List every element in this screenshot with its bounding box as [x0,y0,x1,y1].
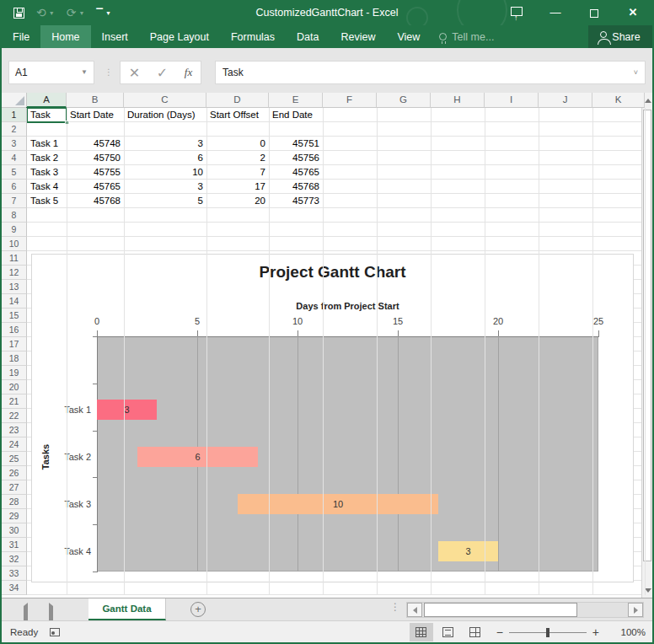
row-header-34[interactable]: 34 [2,581,27,595]
cell-A6[interactable]: Task 4 [30,180,63,194]
cell-E4[interactable]: 45756 [272,151,319,165]
cell-E3[interactable]: 45751 [272,137,319,151]
enter-icon[interactable]: ✓ [157,65,168,81]
tab-bar-separator[interactable]: ⋮ [390,601,400,613]
row-header-20[interactable]: 20 [2,380,27,394]
cell-D4[interactable]: 2 [210,151,265,165]
insert-function-icon[interactable]: fx [185,66,192,79]
column-header-E[interactable]: E [269,93,323,108]
cell-B4[interactable]: 45750 [70,151,121,165]
row-header-21[interactable]: 21 [2,394,27,409]
customize-qat-button[interactable]: ▔▼ [96,8,111,18]
scroll-left-button[interactable] [407,603,422,617]
row-header-8[interactable]: 8 [2,208,27,223]
tab-page-layout[interactable]: Page Layout [139,25,220,48]
zoom-percentage[interactable]: 100% [614,627,646,637]
column-header-G[interactable]: G [377,93,431,108]
row-header-9[interactable]: 9 [2,223,27,237]
row-header-10[interactable]: 10 [2,237,27,251]
row-header-16[interactable]: 16 [2,323,27,337]
cell-C5[interactable]: 10 [127,165,203,180]
tab-file[interactable]: File [2,25,40,48]
cell-D1[interactable]: Start Offset [210,108,265,122]
macro-record-icon[interactable] [50,628,60,636]
cell-B3[interactable]: 45748 [70,137,121,151]
cell-A5[interactable]: Task 3 [30,165,63,180]
tab-review[interactable]: Review [330,25,386,48]
cancel-icon[interactable]: ✕ [129,65,140,81]
cell-D7[interactable]: 20 [210,194,265,208]
cell-A3[interactable]: Task 1 [30,137,63,151]
cell-B5[interactable]: 45755 [70,165,121,180]
zoom-in-button[interactable]: + [587,625,605,639]
zoom-slider[interactable] [509,632,587,633]
name-box-dropdown-icon[interactable]: ▼ [81,62,88,83]
row-header-17[interactable]: 17 [2,337,27,352]
normal-view-button[interactable] [410,623,433,641]
cell-B1[interactable]: Start Date [70,108,121,122]
row-header-31[interactable]: 31 [2,538,27,552]
row-header-28[interactable]: 28 [2,495,27,509]
row-header-25[interactable]: 25 [2,452,27,466]
row-header-33[interactable]: 33 [2,566,27,581]
row-header-14[interactable]: 14 [2,294,27,309]
formula-bar-expand-icon[interactable]: ˅ [634,62,638,83]
row-header-6[interactable]: 6 [2,180,27,194]
redo-dropdown-icon[interactable]: ▼ [78,10,84,16]
cell-D6[interactable]: 17 [210,180,265,194]
row-header-24[interactable]: 24 [2,437,27,452]
cell-B7[interactable]: 45768 [70,194,121,208]
row-header-11[interactable]: 11 [2,251,27,266]
zoom-out-button[interactable]: − [490,625,509,639]
cell-A1[interactable]: Task [30,108,63,122]
tell-me-box[interactable]: Tell me... [431,25,502,48]
cell-A7[interactable]: Task 5 [30,194,63,208]
row-header-32[interactable]: 32 [2,552,27,566]
row-header-19[interactable]: 19 [2,366,27,380]
gantt-bar-task-2[interactable]: 6 [137,447,258,467]
tab-insert[interactable]: Insert [91,25,139,48]
row-header-1[interactable]: 1 [2,108,27,122]
gantt-bar-task-1[interactable]: 3 [97,400,157,420]
sheet-tab-gantt-data[interactable]: Gantt Data [88,598,166,620]
row-header-22[interactable]: 22 [2,409,27,423]
cell-B6[interactable]: 45765 [70,180,121,194]
row-header-23[interactable]: 23 [2,423,27,437]
sheet-nav-left-button[interactable] [24,606,28,621]
row-header-30[interactable]: 30 [2,523,27,538]
column-header-I[interactable]: I [485,93,539,108]
row-header-12[interactable]: 12 [2,266,27,280]
column-header-D[interactable]: D [206,93,269,108]
cell-C4[interactable]: 6 [127,151,203,165]
cell-E1[interactable]: End Date [272,108,319,122]
column-header-F[interactable]: F [323,93,377,108]
cell-C7[interactable]: 5 [127,194,203,208]
row-header-13[interactable]: 13 [2,280,27,294]
cell-D3[interactable]: 0 [210,137,265,151]
page-layout-view-button[interactable] [437,623,460,641]
close-button[interactable]: ✕ [614,0,652,25]
cell-C3[interactable]: 3 [127,137,203,151]
cell-E6[interactable]: 45768 [272,180,319,194]
row-header-5[interactable]: 5 [2,165,27,180]
undo-button[interactable]: ⟲▼ [36,6,55,19]
ribbon-display-options-button[interactable] [497,0,536,25]
name-box[interactable]: A1 ▼ [8,61,94,84]
row-header-4[interactable]: 4 [2,151,27,165]
horizontal-scrollbar-thumb[interactable] [424,603,577,617]
redo-button[interactable]: ⟳▼ [67,6,85,19]
gantt-chart[interactable]: Project Gantt Chart Days from Project St… [31,254,634,582]
gantt-bar-task-4[interactable]: 3 [438,541,498,561]
save-button[interactable] [13,8,24,19]
scroll-right-button[interactable] [628,603,643,617]
gantt-bar-task-3[interactable]: 10 [238,494,438,514]
tab-formulas[interactable]: Formulas [220,25,286,48]
cell-D5[interactable]: 7 [210,165,265,180]
new-sheet-button[interactable]: + [190,602,206,617]
formula-bar-input[interactable]: Task ˅ [215,61,646,84]
share-button[interactable]: Share [588,25,652,48]
tab-view[interactable]: View [386,25,431,48]
select-all-corner[interactable] [2,93,27,108]
column-header-C[interactable]: C [124,93,206,108]
cell-E5[interactable]: 45765 [272,165,319,180]
